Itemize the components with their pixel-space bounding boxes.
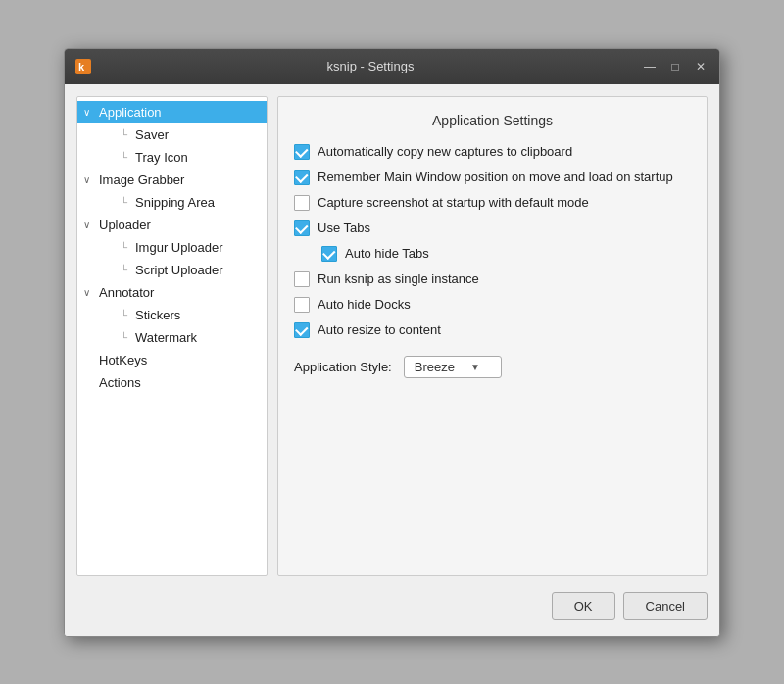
sidebar-item-saver[interactable]: └Saver xyxy=(77,123,267,146)
checkbox-label-capture-startup: Capture screenshot at startup with defau… xyxy=(318,195,589,210)
sidebar-item-label: Uploader xyxy=(99,218,151,232)
sidebar-item-actions[interactable]: Actions xyxy=(77,371,267,394)
sidebar-item-imgur-uploader[interactable]: └Imgur Uploader xyxy=(77,236,267,259)
sidebar-item-watermark[interactable]: └Watermark xyxy=(77,326,267,349)
sidebar-item-label: Script Uploader xyxy=(135,263,223,277)
main-content: ∨Application└Saver└Tray Icon∨Image Grabb… xyxy=(76,96,708,576)
checkbox-capture-startup[interactable] xyxy=(294,195,310,211)
checkbox-auto-resize[interactable] xyxy=(294,322,310,338)
chevron-down-icon: ▼ xyxy=(470,362,480,372)
settings-panel: Application Settings Automatically copy … xyxy=(277,96,708,576)
tree-branch-icon: └ xyxy=(121,197,132,208)
sidebar-item-stickers[interactable]: └Stickers xyxy=(77,304,267,326)
cancel-button[interactable]: Cancel xyxy=(623,592,708,620)
checkbox-use-tabs[interactable] xyxy=(294,220,310,236)
checkbox-label-single-instance: Run ksnip as single instance xyxy=(318,271,479,286)
minimize-button[interactable]: — xyxy=(639,56,661,77)
sidebar-tree: ∨Application└Saver└Tray Icon∨Image Grabb… xyxy=(76,96,268,576)
footer: OK Cancel xyxy=(76,588,708,624)
chevron-icon: ∨ xyxy=(83,220,97,230)
checkbox-label-auto-hide-docks: Auto hide Docks xyxy=(318,297,411,312)
checkbox-auto-copy[interactable] xyxy=(294,144,310,160)
tree-branch-icon: └ xyxy=(121,265,132,275)
checkbox-auto-hide-docks[interactable] xyxy=(294,297,310,313)
style-select-value: Breeze xyxy=(415,360,455,374)
window-title: ksnip - Settings xyxy=(102,59,639,73)
checkbox-label-auto-resize: Auto resize to content xyxy=(318,322,441,337)
chevron-icon: ∨ xyxy=(83,174,97,185)
sidebar-item-label: Application xyxy=(99,105,162,120)
sidebar-item-image-grabber[interactable]: ∨Image Grabber xyxy=(77,169,267,191)
checkbox-label-remember-position: Remember Main Window position on move an… xyxy=(318,170,673,184)
style-label: Application Style: xyxy=(294,360,392,374)
sidebar-item-annotator[interactable]: ∨Annotator xyxy=(77,281,267,304)
sidebar-item-label: Watermark xyxy=(135,330,197,345)
checkbox-label-use-tabs: Use Tabs xyxy=(318,220,370,235)
svg-text:k: k xyxy=(78,61,85,73)
window-controls: — □ ✕ xyxy=(639,56,711,77)
maximize-button[interactable]: □ xyxy=(664,56,686,77)
setting-row-capture-startup: Capture screenshot at startup with defau… xyxy=(294,195,691,211)
checkbox-label-auto-hide-tabs: Auto hide Tabs xyxy=(345,246,429,261)
sidebar-item-uploader[interactable]: ∨Uploader xyxy=(77,214,267,236)
setting-row-auto-hide-docks: Auto hide Docks xyxy=(294,297,691,313)
style-row: Application Style: Breeze ▼ xyxy=(294,356,691,378)
setting-row-auto-hide-tabs: Auto hide Tabs xyxy=(321,246,691,262)
sidebar-item-label: Stickers xyxy=(135,308,180,322)
sidebar-item-application[interactable]: ∨Application xyxy=(77,101,267,123)
settings-title: Application Settings xyxy=(294,113,691,128)
titlebar: k ksnip - Settings — □ ✕ xyxy=(65,49,719,84)
tree-branch-icon: └ xyxy=(121,129,132,140)
setting-row-auto-copy: Automatically copy new captures to clipb… xyxy=(294,144,691,160)
tree-branch-icon: └ xyxy=(121,310,132,320)
tree-branch-icon: └ xyxy=(121,152,132,163)
chevron-icon: ∨ xyxy=(83,107,97,118)
checkbox-remember-position[interactable] xyxy=(294,170,310,185)
setting-row-auto-resize: Auto resize to content xyxy=(294,322,691,338)
sidebar-item-label: HotKeys xyxy=(99,353,147,367)
checkbox-label-auto-copy: Automatically copy new captures to clipb… xyxy=(318,144,572,159)
setting-row-remember-position: Remember Main Window position on move an… xyxy=(294,170,691,185)
sidebar-item-label: Imgur Uploader xyxy=(135,240,223,255)
sidebar-item-script-uploader[interactable]: └Script Uploader xyxy=(77,259,267,281)
style-select[interactable]: Breeze ▼ xyxy=(404,356,502,378)
sidebar-item-snipping-area[interactable]: └Snipping Area xyxy=(77,191,267,214)
window-body: ∨Application└Saver└Tray Icon∨Image Grabb… xyxy=(65,84,719,636)
app-icon: k xyxy=(73,56,94,77)
sidebar-item-label: Annotator xyxy=(99,285,154,300)
sidebar-item-label: Snipping Area xyxy=(135,195,215,210)
sidebar-item-label: Actions xyxy=(99,375,141,390)
tree-branch-icon: └ xyxy=(121,332,132,343)
close-button[interactable]: ✕ xyxy=(690,56,711,77)
settings-window: k ksnip - Settings — □ ✕ ∨Application└Sa… xyxy=(64,48,720,637)
sidebar-item-label: Saver xyxy=(135,127,169,142)
sidebar-item-tray-icon[interactable]: └Tray Icon xyxy=(77,146,267,169)
sidebar-item-label: Image Grabber xyxy=(99,172,184,187)
sidebar-item-label: Tray Icon xyxy=(135,150,188,165)
chevron-icon: ∨ xyxy=(83,287,97,298)
setting-row-use-tabs: Use Tabs xyxy=(294,220,691,236)
checkbox-single-instance[interactable] xyxy=(294,271,310,287)
sidebar-item-hotkeys[interactable]: HotKeys xyxy=(77,349,267,371)
checkbox-auto-hide-tabs[interactable] xyxy=(321,246,337,262)
setting-row-single-instance: Run ksnip as single instance xyxy=(294,271,691,287)
ok-button[interactable]: OK xyxy=(552,592,615,620)
tree-branch-icon: └ xyxy=(121,242,132,253)
